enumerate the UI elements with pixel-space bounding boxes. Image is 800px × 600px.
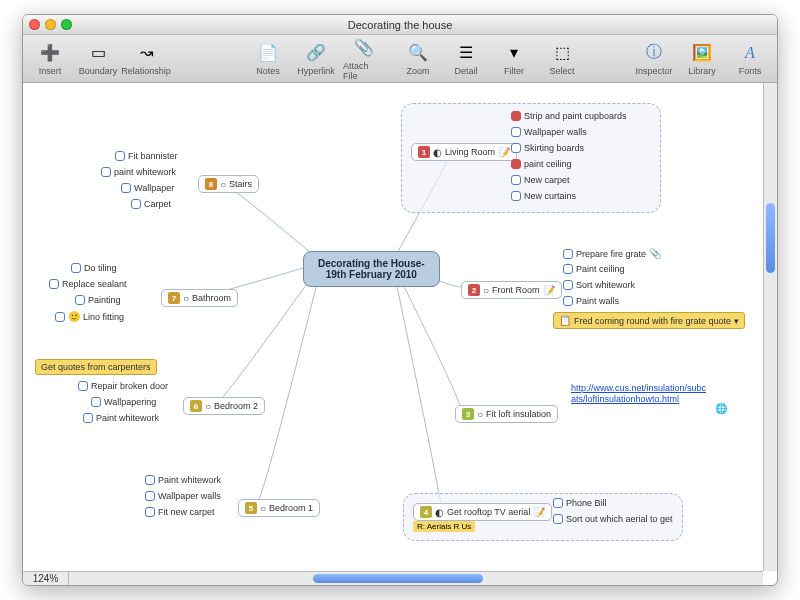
inspector-button[interactable]: ⓘInspector xyxy=(633,37,675,81)
boundary-icon: ▭ xyxy=(87,42,109,64)
library-button[interactable]: 🖼️Library xyxy=(681,37,723,81)
titlebar[interactable]: Decorating the house xyxy=(23,15,777,35)
checkbox-icon[interactable] xyxy=(553,514,563,524)
sub-item[interactable]: Wallpaper xyxy=(121,183,174,193)
checkbox-icon[interactable] xyxy=(49,279,59,289)
fonts-button[interactable]: AFonts xyxy=(729,37,771,81)
sub-item[interactable]: Phone Bill xyxy=(553,498,607,508)
sub-item[interactable]: Repair broken door xyxy=(78,381,168,391)
sub-item[interactable]: Paint walls xyxy=(563,296,619,306)
checkbox-icon[interactable] xyxy=(101,167,111,177)
checkbox-icon[interactable] xyxy=(121,183,131,193)
topic-bathroom[interactable]: 7 ○ Bathroom xyxy=(161,289,238,307)
mindmap-canvas[interactable]: Decorating the House- 19th February 2010… xyxy=(23,83,763,571)
notes-icon[interactable]: 📝 xyxy=(543,285,555,296)
checkbox-icon[interactable] xyxy=(563,280,573,290)
central-line2: 19th February 2010 xyxy=(318,269,425,280)
sub-item[interactable]: Painting xyxy=(75,295,121,305)
sub-item[interactable]: Do tiling xyxy=(71,263,117,273)
checkbox-icon[interactable] xyxy=(131,199,141,209)
relationship-button[interactable]: ↝Relationship xyxy=(125,37,167,81)
progress-icon: ○ xyxy=(260,503,266,514)
priority-4-icon: 4 xyxy=(420,506,432,518)
notes-button[interactable]: 📄Notes xyxy=(247,37,289,81)
sub-item[interactable]: Carpet xyxy=(131,199,171,209)
checkbox-icon[interactable] xyxy=(511,175,521,185)
checkbox-icon[interactable] xyxy=(563,296,573,306)
sub-item[interactable]: Fit bannister xyxy=(115,151,178,161)
checkbox-icon[interactable] xyxy=(145,491,155,501)
topic-stairs[interactable]: 8 ○ Stairs xyxy=(198,175,259,193)
zoom-level[interactable]: 124% xyxy=(23,572,69,585)
hyperlink[interactable]: http://www.cus.net/insulation/subcats/lo… xyxy=(571,383,711,405)
filter-button[interactable]: ▾Filter xyxy=(493,37,535,81)
zoom-tool-button[interactable]: 🔍Zoom xyxy=(397,37,439,81)
topic-living-room[interactable]: 1 ◐ Living Room 📝 xyxy=(411,143,517,161)
sub-item[interactable]: Replace sealant xyxy=(49,279,127,289)
globe-icon[interactable]: 🌐 xyxy=(715,403,727,414)
checkbox-icon[interactable] xyxy=(71,263,81,273)
sub-item[interactable]: paint whitework xyxy=(101,167,176,177)
topic-bedroom2[interactable]: 6 ○ Bedroom 2 xyxy=(183,397,265,415)
sub-item[interactable]: Paint whitework xyxy=(83,413,159,423)
checkbox-icon[interactable] xyxy=(115,151,125,161)
boundary-button[interactable]: ▭Boundary xyxy=(77,37,119,81)
topic-bedroom1[interactable]: 5 ○ Bedroom 1 xyxy=(238,499,320,517)
topic-loft[interactable]: 3 ○ Fit loft insulation xyxy=(455,405,558,423)
sub-item[interactable]: Skirting boards xyxy=(511,143,584,153)
sub-item[interactable]: Fit new carpet xyxy=(145,507,215,517)
sub-item[interactable]: paint ceiling xyxy=(511,159,572,169)
insert-button[interactable]: ➕Insert xyxy=(29,37,71,81)
sub-item[interactable]: Wallpapering xyxy=(91,397,156,407)
scroll-thumb[interactable] xyxy=(313,574,483,583)
priority-2-icon: 2 xyxy=(468,284,480,296)
checkbox-checked-icon[interactable] xyxy=(511,111,521,121)
detail-button[interactable]: ☰Detail xyxy=(445,37,487,81)
checkbox-icon[interactable] xyxy=(511,143,521,153)
sub-item[interactable]: Sort whitework xyxy=(563,280,635,290)
sub-item[interactable]: Wallpaper walls xyxy=(145,491,221,501)
paperclip-icon[interactable]: 📎 xyxy=(649,248,661,259)
notes-icon[interactable]: 📝 xyxy=(498,147,510,158)
sub-item[interactable]: Prepare fire grate📎 xyxy=(563,248,661,259)
topic-front-room[interactable]: 2 ○ Front Room 📝 xyxy=(461,281,562,299)
checkbox-icon[interactable] xyxy=(78,381,88,391)
notes-icon[interactable]: 📝 xyxy=(533,507,545,518)
checkbox-icon[interactable] xyxy=(553,498,563,508)
sub-item[interactable]: Sort out which aerial to get xyxy=(553,514,673,524)
checkbox-icon[interactable] xyxy=(511,127,521,137)
scroll-thumb[interactable] xyxy=(766,203,775,273)
callout-note[interactable]: 📋Fred coming round with fire grate quote… xyxy=(553,312,745,329)
sub-item[interactable]: Paint ceiling xyxy=(563,264,625,274)
sub-item[interactable]: Paint whitework xyxy=(145,475,221,485)
sub-item[interactable]: Strip and paint cupboards xyxy=(511,111,627,121)
select-button[interactable]: ⬚Select xyxy=(541,37,583,81)
checkbox-icon[interactable] xyxy=(145,507,155,517)
central-topic[interactable]: Decorating the House- 19th February 2010 xyxy=(303,251,440,287)
relationship-icon: ↝ xyxy=(135,42,157,64)
boundary-note[interactable]: Get quotes from carpenters xyxy=(35,359,157,375)
select-icon: ⬚ xyxy=(551,42,573,64)
checkbox-icon[interactable] xyxy=(511,191,521,201)
library-icon: 🖼️ xyxy=(691,42,713,64)
checkbox-icon[interactable] xyxy=(55,312,65,322)
sub-item[interactable]: Wallpaper walls xyxy=(511,127,587,137)
checkbox-checked-icon[interactable] xyxy=(511,159,521,169)
chevron-down-icon[interactable]: ▾ xyxy=(734,316,739,326)
checkbox-icon[interactable] xyxy=(145,475,155,485)
topic-rooftop[interactable]: 4 ◐ Get rooftop TV aerial 📝 xyxy=(413,503,552,521)
horizontal-scrollbar[interactable]: 124% xyxy=(23,571,763,585)
checkbox-icon[interactable] xyxy=(83,413,93,423)
hyperlink-button[interactable]: 🔗Hyperlink xyxy=(295,37,337,81)
topic-label: Get rooftop TV aerial xyxy=(447,507,530,517)
sub-item[interactable]: New carpet xyxy=(511,175,570,185)
sub-item[interactable]: 🙂Lino fitting xyxy=(55,311,124,322)
checkbox-icon[interactable] xyxy=(563,264,573,274)
sub-item[interactable]: New curtains xyxy=(511,191,576,201)
checkbox-icon[interactable] xyxy=(91,397,101,407)
vertical-scrollbar[interactable] xyxy=(763,83,777,571)
checkbox-icon[interactable] xyxy=(75,295,85,305)
app-window: Decorating the house ➕Insert ▭Boundary ↝… xyxy=(22,14,778,586)
checkbox-icon[interactable] xyxy=(563,249,573,259)
attach-button[interactable]: 📎Attach File xyxy=(343,37,385,81)
